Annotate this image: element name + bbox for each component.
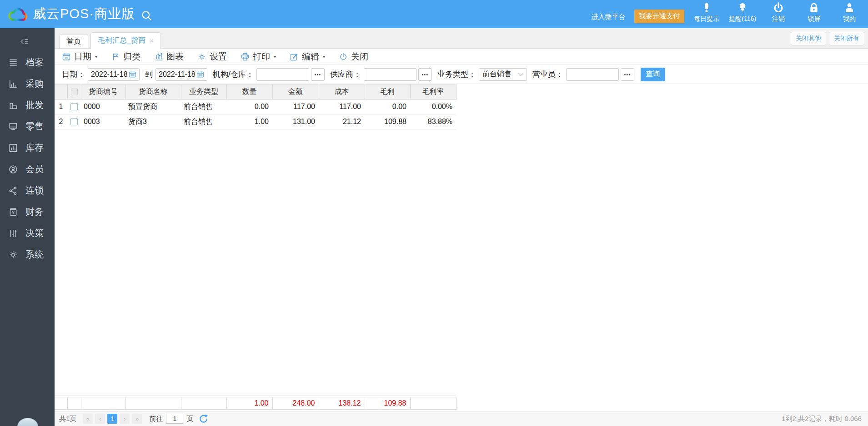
query-button[interactable]: 查询: [641, 68, 665, 81]
calendar-icon[interactable]: [129, 70, 136, 78]
sidebar-item-retail[interactable]: 零售: [0, 116, 55, 137]
member-icon: [8, 164, 19, 174]
sidebar-item-chain[interactable]: 连锁: [0, 180, 55, 201]
supplier-input[interactable]: [367, 70, 413, 79]
sidebar-item-inventory[interactable]: 库存: [0, 137, 55, 159]
date-from-field[interactable]: [88, 68, 140, 81]
goto-page-input[interactable]: [166, 414, 183, 424]
rownum-header: [55, 84, 67, 99]
filter-bar: 日期： 到 机构/仓库： ••• 供应商：: [55, 65, 868, 84]
tab-label: 毛利汇总_货商: [98, 36, 146, 45]
micro-platform-link[interactable]: 进入微平台: [591, 13, 625, 23]
clerk-lookup-button[interactable]: •••: [621, 68, 634, 81]
first-page-button[interactable]: «: [83, 414, 93, 424]
biz-type-cell: 前台销售: [181, 114, 226, 129]
logout-button[interactable]: 注销: [765, 2, 792, 23]
summary-row-container: 1.00 248.00 138.12 109.88: [55, 396, 456, 410]
row-select-cell[interactable]: [67, 114, 81, 129]
system-gear-icon: [8, 250, 19, 260]
select-all-checkbox[interactable]: [71, 89, 78, 95]
close-others-button[interactable]: 关闭其他: [791, 32, 826, 45]
current-page-button[interactable]: 1: [107, 414, 117, 424]
org-lookup-button[interactable]: •••: [311, 68, 325, 81]
sidebar-item-system[interactable]: 系统: [0, 244, 55, 265]
qty-cell: 1.00: [226, 114, 272, 129]
row-checkbox[interactable]: [70, 118, 78, 125]
prev-page-button[interactable]: ‹: [95, 414, 105, 424]
calendar-icon[interactable]: [196, 70, 204, 78]
sidebar-item-purchase[interactable]: 采购: [0, 73, 55, 94]
settings-button[interactable]: 设置: [197, 51, 227, 63]
daily-tips-button[interactable]: 每日提示: [693, 2, 720, 23]
amount-cell: 117.00: [272, 99, 319, 114]
column-header[interactable]: 毛利率: [410, 84, 456, 99]
row-checkbox[interactable]: [70, 103, 78, 110]
date-menu-button[interactable]: 15 日期 ▾: [62, 51, 97, 63]
sidebar-item-label: 财务: [25, 206, 44, 218]
sidebar-item-archive[interactable]: 档案: [0, 52, 55, 73]
refresh-icon[interactable]: [199, 414, 208, 424]
org-warehouse-field[interactable]: [256, 68, 309, 81]
table-row[interactable]: 2 0003 货商3 前台销售 1.00 131.00 21.12 109.88…: [55, 114, 456, 129]
date-from-input[interactable]: [91, 70, 127, 79]
column-header[interactable]: 货商名称: [125, 84, 181, 99]
row-number: 1: [55, 99, 67, 114]
support-bubble-icon[interactable]: [17, 418, 38, 426]
tab-profit-summary[interactable]: 毛利汇总_货商 ×: [90, 32, 161, 49]
select-all-header[interactable]: [67, 84, 81, 99]
close-all-button[interactable]: 关闭所有: [829, 32, 864, 45]
table-header-row: 货商编号 货商名称 业务类型 数量 金额 成本 毛利 毛利率: [55, 84, 456, 99]
chevron-down-icon: [517, 72, 524, 76]
reminder-button[interactable]: 提醒(116): [729, 2, 756, 23]
column-header[interactable]: 毛利: [365, 84, 410, 99]
purchase-icon: [8, 79, 19, 89]
sidebar-item-member[interactable]: 会员: [0, 159, 55, 180]
column-header[interactable]: 成本: [319, 84, 365, 99]
finance-icon: ¥: [8, 207, 19, 217]
last-page-button[interactable]: »: [132, 414, 142, 424]
print-menu-button[interactable]: 打印 ▾: [241, 51, 276, 63]
sidebar-collapse-button[interactable]: [0, 28, 55, 52]
date-to-field[interactable]: [156, 68, 207, 81]
retail-icon: [8, 122, 19, 132]
column-header[interactable]: 金额: [272, 84, 319, 99]
tab-home[interactable]: 首页: [59, 34, 88, 48]
summary-rate: [410, 397, 456, 410]
lock-screen-button[interactable]: 锁屏: [801, 2, 827, 23]
my-account-button[interactable]: 我的: [836, 2, 863, 23]
open-payment-button[interactable]: 我要开通支付: [634, 10, 684, 23]
biz-type-label: 业务类型：: [437, 69, 476, 79]
close-report-button[interactable]: 关闭: [339, 51, 368, 63]
search-icon[interactable]: [140, 10, 153, 22]
supplier-lookup-button[interactable]: •••: [418, 68, 432, 81]
tab-bar: 首页 毛利汇总_货商 × 关闭其他 关闭所有: [55, 28, 868, 49]
vendor-name-cell: 货商3: [125, 114, 181, 129]
cost-cell: 117.00: [319, 99, 365, 114]
flag-icon: [111, 52, 120, 61]
sidebar-item-finance[interactable]: ¥ 财务: [0, 201, 55, 223]
table-row[interactable]: 1 0000 预置货商 前台销售 0.00 117.00 117.00 0.00…: [55, 99, 456, 114]
tool-label: 打印: [253, 51, 270, 63]
sidebar-item-wholesale[interactable]: 批发: [0, 94, 55, 116]
supplier-field[interactable]: [364, 68, 416, 81]
edit-menu-button[interactable]: 编辑 ▾: [290, 51, 325, 63]
next-page-button[interactable]: ›: [120, 414, 130, 424]
column-header[interactable]: 货商编号: [81, 84, 125, 99]
clerk-field[interactable]: [566, 68, 619, 81]
sidebar-item-decision[interactable]: 决策: [0, 223, 55, 244]
org-warehouse-input[interactable]: [260, 70, 306, 79]
classify-button[interactable]: 归类: [111, 51, 140, 63]
clerk-input[interactable]: [569, 70, 616, 79]
close-icon[interactable]: ×: [150, 37, 154, 45]
column-header[interactable]: 数量: [226, 84, 272, 99]
date-to-input[interactable]: [159, 70, 195, 79]
row-select-cell[interactable]: [67, 99, 81, 114]
sidebar-item-label: 系统: [25, 248, 44, 261]
chart-button[interactable]: 图表: [154, 51, 184, 63]
header-action-label: 锁屏: [808, 15, 820, 23]
column-header[interactable]: 业务类型: [181, 84, 226, 99]
header-action-label: 提醒(116): [729, 15, 756, 23]
sidebar-item-label: 批发: [25, 99, 44, 111]
vendor-name-cell: 预置货商: [125, 99, 181, 114]
biz-type-select[interactable]: 前台销售: [479, 68, 527, 81]
